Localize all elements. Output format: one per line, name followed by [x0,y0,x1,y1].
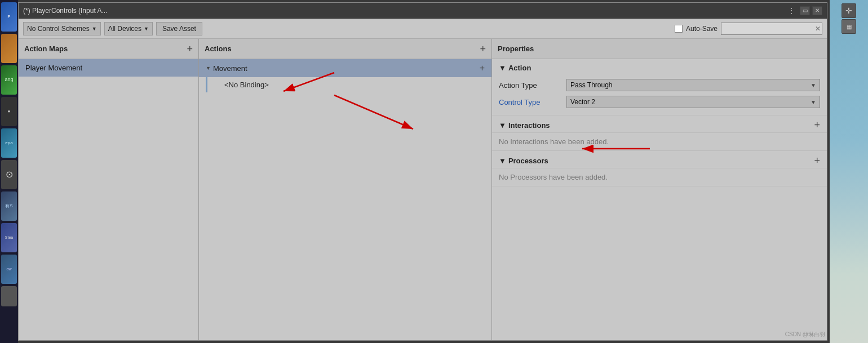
action-type-select[interactable]: Pass Through ▼ [566,79,820,91]
taskbar-icon-8[interactable]: Stea [1,223,17,252]
auto-save-checkbox[interactable] [675,25,683,33]
action-type-label: Action Type [499,81,566,90]
properties-title: Properties [498,44,534,53]
taskbar-icon-5[interactable]: epa [1,128,17,158]
action-item-add-button[interactable]: + [480,63,485,73]
processors-add-button[interactable]: + [814,155,820,166]
actions-add-button[interactable]: + [480,44,486,54]
scene-icon-crosshair[interactable]: ✛ [842,3,856,18]
scene-icons: ✛ ▦ [830,2,868,35]
dropdown-arrow: ▼ [92,26,97,32]
taskbar: P ang ● epa ⊙ 有S Stea ow [0,0,18,343]
all-devices-dropdown[interactable]: All Devices ▼ [104,22,153,35]
action-type-arrow-icon: ▼ [811,82,816,88]
close-btn[interactable]: ✕ [812,6,822,15]
toolbar: No Control Schemes ▼ All Devices ▼ Save … [19,19,827,39]
action-section-title: ▼ Action [499,64,820,72]
actions-header: Actions + [199,39,491,59]
processors-triangle: ▼ [499,157,506,165]
title-bar: (*) PlayerControls (Input A... ⋮ ▭ ✕ [19,3,827,19]
control-type-row: Control Type Vector 2 ▼ [499,93,820,110]
processors-section: ▼ Processors + No Processors have been a… [492,151,827,186]
scene-icon-grid[interactable]: ▦ [842,19,856,34]
scene-view-panel: ✛ ▦ [830,0,868,343]
actions-list: ▼ Movement + <No Binding> [199,59,491,340]
action-maps-header: Action Maps + [19,39,198,59]
dropdown-arrow-2: ▼ [144,26,149,32]
auto-save-area: Auto-Save [675,25,718,33]
actions-title: Actions [205,44,232,53]
action-maps-panel: Action Maps + Player Movement [19,39,199,340]
properties-header: Properties [492,39,827,59]
taskbar-icon-1[interactable]: P [1,2,17,32]
search-clear-button[interactable]: ✕ [814,25,822,33]
more-options-btn[interactable]: ⋮ [785,6,798,15]
control-schemes-dropdown[interactable]: No Control Schemes ▼ [23,22,101,35]
binding-item-no-binding[interactable]: <No Binding> [206,77,491,92]
action-section: ▼ Action Action Type Pass Through ▼ Cont… [492,59,827,115]
action-section-triangle: ▼ [499,64,506,72]
interactions-section: ▼ Interactions + No Interactions have be… [492,115,827,151]
processors-title: ▼ Processors [499,157,548,165]
actions-panel: Actions + ▼ Movement + <No Binding> [199,39,492,340]
watermark: CSDN @琳白羽 [785,331,825,338]
action-item-movement[interactable]: ▼ Movement + [199,59,491,77]
window-controls: ⋮ ▭ ✕ [785,6,822,15]
window-title: (*) PlayerControls (Input A... [23,7,107,15]
maximize-btn[interactable]: ▭ [800,6,810,15]
taskbar-icon-3[interactable]: ang [1,65,17,95]
search-input[interactable] [721,23,814,34]
interactions-add-button[interactable]: + [814,120,820,130]
action-maps-add-button[interactable]: + [187,44,193,54]
control-type-label: Control Type [499,98,566,106]
properties-content: ▼ Action Action Type Pass Through ▼ Cont… [492,59,827,340]
action-maps-title: Action Maps [24,44,68,53]
save-asset-button[interactable]: Save Asset [156,22,202,35]
expand-triangle-icon: ▼ [206,65,211,71]
action-map-item[interactable]: Player Movement [19,59,198,77]
processors-header-row: ▼ Processors + [492,151,827,168]
interactions-triangle: ▼ [499,121,506,130]
taskbar-icon-9[interactable]: ow [1,255,17,284]
interactions-header-row: ▼ Interactions + [492,115,827,133]
taskbar-icon-10[interactable] [1,286,17,306]
control-type-arrow-icon: ▼ [811,99,816,105]
taskbar-icon-7[interactable]: 有S [1,191,17,221]
properties-panel: Properties ▼ Action Action Type Pass Thr… [492,39,827,340]
taskbar-icon-4[interactable]: ● [1,97,17,126]
processors-empty-text: No Processors have been added. [492,168,827,186]
taskbar-icon-2[interactable] [1,34,17,63]
interactions-empty-text: No Interactions have been added. [492,133,827,151]
taskbar-icon-6[interactable]: ⊙ [1,160,17,189]
auto-save-label: Auto-Save [686,25,718,33]
interactions-title: ▼ Interactions [499,121,550,130]
action-type-row: Action Type Pass Through ▼ [499,77,820,93]
control-type-select[interactable]: Vector 2 ▼ [566,96,820,108]
action-maps-list: Player Movement [19,59,198,340]
